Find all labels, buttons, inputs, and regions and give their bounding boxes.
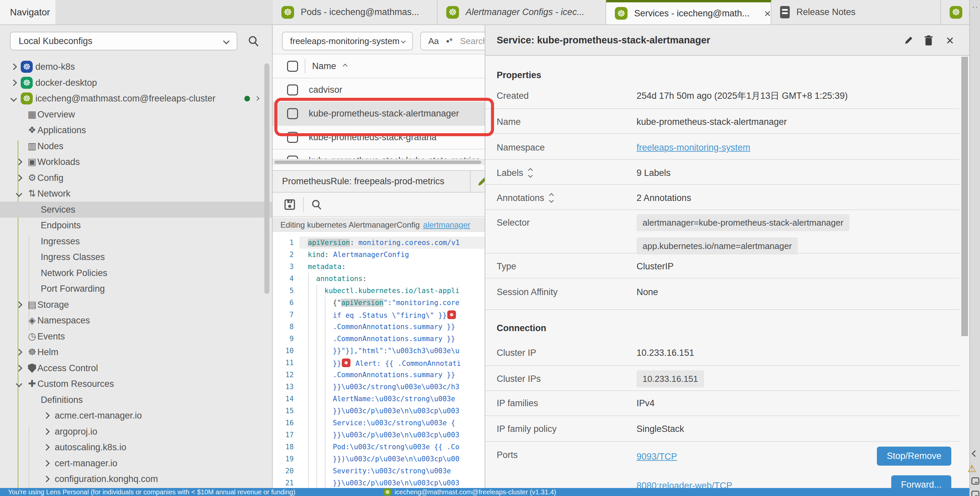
sidebar-item-network[interactable]: ⇅Network bbox=[0, 186, 272, 202]
namespaces-icon: ◈ bbox=[25, 316, 39, 325]
sidebar-item-acme-cert-manager-io[interactable]: acme.cert-manager.io bbox=[0, 407, 272, 424]
row-checkbox[interactable] bbox=[287, 156, 298, 159]
yaml-editor[interactable]: 1apiVersion: monitoring.coreos.com/v12ki… bbox=[273, 232, 485, 488]
prometheusrule-dock-tab[interactable]: PrometheusRule: freepeals-prod-metrics bbox=[273, 170, 485, 192]
sidebar-item-applications[interactable]: ❖Applications bbox=[0, 122, 272, 138]
chevron-down-icon[interactable] bbox=[10, 95, 17, 102]
chevron-right-icon[interactable] bbox=[43, 444, 50, 451]
sidebar-item-services[interactable]: Services bbox=[0, 202, 272, 218]
sidebar-item-workloads[interactable]: ▣Workloads bbox=[0, 154, 272, 170]
editing-resource-link[interactable]: alertmanager bbox=[423, 220, 470, 230]
sidebar-item-ingresses[interactable]: Ingresses bbox=[0, 233, 272, 250]
sidebar-item-docker-desktop[interactable]: ☸docker-desktop bbox=[0, 75, 272, 91]
table-row-kube-prometheus-stack-grafana[interactable]: kube-prometheus-stack-grafana bbox=[273, 126, 485, 149]
sort-toggle-icon[interactable] bbox=[529, 169, 532, 177]
table-row-kube-prometheus-stack-alertmanager[interactable]: kube-prometheus-stack-alertmanager bbox=[273, 102, 485, 126]
warning-triangle-icon[interactable]: ⚠ bbox=[967, 463, 976, 474]
sidebar-item-custom-resources[interactable]: ✚Custom Resources bbox=[0, 376, 272, 392]
property-value-namespace[interactable]: freeleaps-monitoring-system bbox=[636, 143, 750, 153]
chevron-down-icon[interactable] bbox=[16, 380, 22, 387]
namespace-select[interactable]: freeleaps-monitoring-system bbox=[282, 32, 413, 51]
chevron-right-icon[interactable] bbox=[43, 428, 50, 435]
port-link[interactable]: 9093/TCP bbox=[636, 451, 677, 462]
helm-icon: ☸ bbox=[25, 348, 39, 357]
column-header-name[interactable]: Name bbox=[312, 61, 336, 72]
license-notice[interactable]: You're using Lens Personal (for individu… bbox=[8, 488, 295, 496]
sidebar-item-overview[interactable]: ▦Overview bbox=[0, 107, 272, 122]
sidebar-item-endpoints[interactable]: Endpoints bbox=[0, 217, 272, 233]
sidebar-item-definitions[interactable]: Definitions bbox=[0, 392, 272, 408]
chevron-right-icon[interactable] bbox=[43, 412, 50, 419]
select-all-checkbox[interactable] bbox=[287, 61, 298, 72]
chevron-right-icon[interactable] bbox=[16, 301, 22, 308]
property-label-annotations: Annotations bbox=[497, 193, 553, 203]
close-icon[interactable]: × bbox=[943, 34, 957, 47]
collapse-chevron-left-icon[interactable] bbox=[972, 450, 978, 457]
line-number: 10 bbox=[273, 347, 294, 355]
trash-icon[interactable] bbox=[922, 34, 935, 47]
indent-guide bbox=[308, 393, 309, 405]
sidebar-item-network-policies[interactable]: Network Policies bbox=[0, 265, 272, 281]
port-action-button-stop-remove[interactable]: Stop/Remove bbox=[877, 447, 951, 466]
line-number: 11 bbox=[273, 359, 294, 367]
active-cluster-status[interactable]: ☸ icecheng@mathmast.com@freeleaps-cluste… bbox=[384, 488, 556, 496]
chevron-down-icon[interactable] bbox=[16, 190, 22, 197]
tab-services-icecheng-math-[interactable]: ☸Services - icecheng@math...× bbox=[606, 0, 772, 24]
sidebar-item-nodes[interactable]: ▥Nodes bbox=[0, 138, 272, 154]
kubeconfig-select[interactable]: Local Kubeconfigs bbox=[10, 32, 237, 51]
sidebar-item-configuration-konghq-com[interactable]: configuration.konghq.com bbox=[0, 471, 272, 487]
panel-scrollbar[interactable] bbox=[961, 57, 968, 336]
chevron-right-icon[interactable] bbox=[43, 475, 50, 482]
chevron-right-icon[interactable] bbox=[43, 460, 50, 467]
sidebar-item-helm[interactable]: ☸Helm bbox=[0, 344, 272, 360]
indent-guide bbox=[308, 441, 309, 453]
chevron-right-icon[interactable] bbox=[16, 349, 22, 356]
row-checkbox[interactable] bbox=[287, 132, 298, 143]
match-case-icon[interactable]: Aa bbox=[428, 36, 439, 46]
table-search-input[interactable]: Aa ▪* Search bbox=[420, 32, 485, 51]
save-icon[interactable] bbox=[284, 199, 296, 211]
chevron-right-icon[interactable] bbox=[255, 96, 259, 101]
panel-dock-icon[interactable] bbox=[971, 491, 979, 496]
port-link[interactable]: 8080:reloader-web/TCP bbox=[636, 481, 732, 488]
sidebar-item-icecheng-mathmast-com-freeleaps-cluster[interactable]: ☸icecheng@mathmast.com@freeleaps-cluster bbox=[0, 91, 272, 107]
sidebar-item-config[interactable]: ⚙Config bbox=[0, 170, 272, 186]
sidebar-item-events[interactable]: ◷Events bbox=[0, 328, 272, 345]
row-checkbox[interactable] bbox=[287, 84, 298, 95]
sidebar-search-button[interactable] bbox=[248, 35, 260, 47]
sidebar-item-argoproj-io[interactable]: argoproj.io bbox=[0, 424, 272, 440]
table-row-kube-prometheus-stack-kube-state-metrics[interactable]: kube-prometheus-stack-kube-state-metrics bbox=[273, 149, 485, 159]
chevron-right-icon[interactable] bbox=[10, 64, 17, 70]
table-row-cadvisor[interactable]: cadvisor bbox=[273, 78, 485, 102]
sidebar-item-ingress-classes[interactable]: Ingress Classes bbox=[0, 249, 272, 265]
sort-ascending-icon[interactable] bbox=[343, 64, 347, 68]
tab-alertmanager-configs-ice[interactable]: ☸Alertmanager Configs - icec... bbox=[438, 0, 606, 24]
editor-search-icon[interactable] bbox=[311, 199, 323, 210]
close-icon[interactable]: × bbox=[764, 8, 771, 19]
regex-icon[interactable]: ▪* bbox=[446, 36, 453, 46]
sidebar-item-label: icecheng@mathmast.com@freeleaps-cluster bbox=[35, 94, 216, 104]
sidebar-item-cert-manager-io[interactable]: cert-manager.io bbox=[0, 455, 272, 471]
horizontal-scrollbar[interactable] bbox=[273, 159, 485, 165]
panel-dock-icon[interactable] bbox=[971, 477, 979, 485]
port-action-button-forward-[interactable]: Forward... bbox=[891, 475, 951, 488]
chevron-right-icon[interactable] bbox=[16, 175, 22, 181]
sidebar-item-storage[interactable]: ▤Storage bbox=[0, 297, 272, 313]
chevron-right-icon[interactable] bbox=[10, 79, 17, 86]
edit-pencil-icon[interactable] bbox=[475, 176, 485, 189]
sidebar-item-namespaces[interactable]: ◈Namespaces bbox=[0, 312, 272, 328]
tab-release-notes[interactable]: Release Notes bbox=[772, 0, 941, 24]
service-name: kube-prometheus-stack-grafana bbox=[309, 132, 437, 143]
edit-pencil-icon[interactable] bbox=[902, 34, 915, 47]
tab-pods-icecheng-mathmas-[interactable]: ☸Pods - icecheng@mathmas... bbox=[273, 0, 438, 24]
sidebar-item-demo-k8s[interactable]: ☸demo-k8s bbox=[0, 59, 272, 75]
sidebar-item-port-forwarding[interactable]: Port Forwarding bbox=[0, 281, 272, 297]
sidebar-scrollbar[interactable] bbox=[264, 64, 269, 294]
sidebar-item-access-control[interactable]: Access Control bbox=[0, 360, 272, 376]
sort-toggle-icon[interactable] bbox=[550, 194, 553, 202]
property-value-session-affinity: None bbox=[636, 287, 658, 297]
chevron-right-icon[interactable] bbox=[16, 365, 22, 372]
row-checkbox[interactable] bbox=[287, 108, 298, 119]
sidebar-item-autoscaling-k8s-io[interactable]: autoscaling.k8s.io bbox=[0, 439, 272, 455]
chevron-right-icon[interactable] bbox=[16, 159, 22, 165]
